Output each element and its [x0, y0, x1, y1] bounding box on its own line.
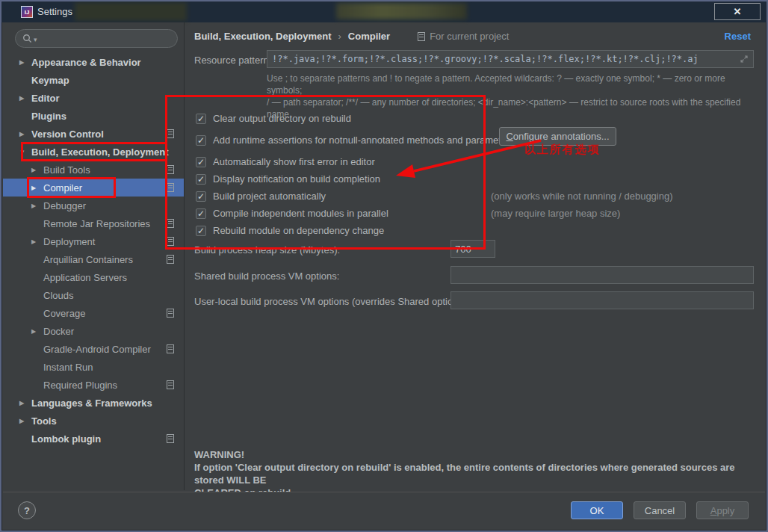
current-project-scope-icon — [167, 255, 174, 264]
heap-size-label: Build process heap size (Mbytes): — [194, 244, 340, 256]
current-project-scope-icon — [167, 344, 174, 353]
help-button[interactable]: ? — [18, 501, 36, 519]
sidebar-item-docker[interactable]: ▶Docker — [3, 322, 184, 340]
checkbox-checked-icon[interactable]: ✓ — [196, 114, 206, 124]
dialog-footer: ? OK Cancel Apply — [3, 492, 765, 529]
option-label[interactable]: Clear output directory on rebuild — [213, 113, 351, 124]
sidebar-item-label: Tools — [31, 415, 57, 427]
shared-vm-options-input[interactable] — [450, 266, 754, 284]
chevron-right-icon[interactable]: ▶ — [31, 202, 43, 209]
option-label[interactable]: Rebuild module on dependency change — [213, 225, 384, 236]
sidebar-item-label: Keymap — [31, 75, 69, 86]
option-hint: (may require larger heap size) — [491, 208, 620, 219]
sidebar-item-instant-run[interactable]: Instant Run — [3, 358, 184, 376]
sidebar-item-deployment[interactable]: ▶Deployment — [3, 232, 184, 250]
option-row-rebuild-module-on-dependency-change: ✓Rebuild module on dependency change — [196, 222, 768, 239]
sidebar-item-label: Languages & Frameworks — [31, 398, 152, 409]
chevron-right-icon[interactable]: ▶ — [19, 418, 31, 424]
sidebar-item-label: Required Plugins — [43, 380, 117, 391]
sidebar-item-label: Debugger — [43, 200, 86, 211]
settings-sidebar: ▾ ▶Appearance & BehaviorKeymap▶EditorPlu… — [3, 22, 185, 490]
option-label[interactable]: Add runtime assertions for notnull-annot… — [213, 134, 515, 146]
button-mnemonic: C — [506, 131, 512, 142]
chevron-right-icon[interactable]: ▶ — [19, 95, 31, 102]
chevron-right-icon[interactable]: ▶ — [31, 238, 43, 245]
sidebar-item-label: Instant Run — [43, 362, 93, 373]
checkbox-checked-icon[interactable]: ✓ — [196, 157, 206, 167]
sidebar-item-build-tools[interactable]: ▶Build Tools — [3, 161, 184, 179]
breadcrumb-build-execution-deployment[interactable]: Build, Execution, Deployment — [194, 31, 331, 42]
sidebar-item-label: Editor — [31, 93, 60, 104]
option-hint: (only works while not running / debuggin… — [491, 191, 673, 202]
current-project-scope-icon — [167, 129, 174, 138]
current-project-scope-icon — [167, 309, 174, 318]
sidebar-item-lombok-plugin[interactable]: Lombok plugin — [3, 430, 184, 448]
sidebar-item-coverage[interactable]: Coverage — [3, 304, 184, 322]
sidebar-item-editor[interactable]: ▶Editor — [3, 89, 184, 107]
blurred-background — [75, 2, 187, 21]
checkbox-checked-icon[interactable]: ✓ — [196, 191, 206, 202]
checkbox-checked-icon[interactable]: ✓ — [196, 174, 206, 185]
chevron-right-icon[interactable]: ▶ — [19, 59, 31, 66]
titlebar: IJ Settings ✕ — [1, 1, 767, 22]
sidebar-item-label: Clouds — [43, 290, 73, 301]
help-icon: ? — [24, 505, 30, 516]
sidebar-item-application-servers[interactable]: Application Servers — [3, 268, 184, 286]
button-label: onfigure annotations... — [513, 131, 610, 142]
user-vm-options-input[interactable] — [450, 291, 754, 309]
expand-field-icon[interactable] — [740, 55, 749, 64]
sidebar-item-label: Lombok plugin — [31, 433, 101, 445]
search-input[interactable]: ▾ — [15, 29, 178, 48]
sidebar-item-compiler[interactable]: ▶Compiler — [3, 179, 184, 197]
chevron-right-icon[interactable]: ▶ — [19, 131, 31, 137]
sidebar-item-clouds[interactable]: Clouds — [3, 286, 184, 304]
close-icon: ✕ — [734, 6, 742, 17]
breadcrumb-compiler[interactable]: Compiler — [348, 31, 390, 42]
chevron-right-icon[interactable]: ▶ — [31, 328, 43, 335]
sidebar-item-version-control[interactable]: ▶Version Control — [3, 125, 184, 143]
sidebar-item-debugger[interactable]: ▶Debugger — [3, 197, 184, 214]
chevron-right-icon[interactable]: ▶ — [19, 400, 31, 406]
option-row-compile-independent-modules-in-parallel: ✓Compile independent modules in parallel… — [196, 205, 768, 222]
sidebar-item-gradle-android-compiler[interactable]: Gradle-Android Compiler — [3, 340, 184, 358]
reset-link[interactable]: Reset — [725, 31, 751, 42]
ok-button[interactable]: OK — [571, 501, 623, 519]
option-label[interactable]: Display notification on build completion — [213, 173, 380, 185]
sidebar-item-required-plugins[interactable]: Required Plugins — [3, 376, 184, 394]
option-label[interactable]: Compile independent modules in parallel — [213, 208, 388, 219]
sidebar-item-appearance-behavior[interactable]: ▶Appearance & Behavior — [3, 53, 184, 71]
option-row-display-notification-on-build-completion: ✓Display notification on build completio… — [196, 170, 768, 188]
sidebar-item-arquillian-containers[interactable]: Arquillian Containers — [3, 250, 184, 268]
option-label[interactable]: Automatically show first error in editor — [213, 156, 375, 167]
patterns-help-line: Use ; to separate patterns and ! to nega… — [267, 72, 756, 96]
checkbox-checked-icon[interactable]: ✓ — [196, 135, 206, 146]
sidebar-item-tools[interactable]: ▶Tools — [3, 412, 184, 430]
resource-patterns-field[interactable]: !?*.java;!?*.form;!?*.class;!?*.groovy;!… — [267, 50, 754, 68]
apply-button[interactable]: Apply — [696, 501, 749, 519]
sidebar-item-label: Arquillian Containers — [43, 254, 133, 265]
checkbox-checked-icon[interactable]: ✓ — [196, 208, 206, 219]
checkbox-checked-icon[interactable]: ✓ — [196, 226, 206, 236]
sidebar-item-label: Deployment — [43, 236, 95, 247]
search-dropdown-caret-icon[interactable]: ▾ — [34, 36, 37, 43]
current-project-scope-icon — [167, 380, 174, 389]
sidebar-item-label: Build, Execution, Deployment — [31, 146, 168, 158]
chevron-right-icon[interactable]: ▶ — [31, 185, 43, 191]
cancel-button[interactable]: Cancel — [634, 501, 686, 519]
sidebar-item-languages-frameworks[interactable]: ▶Languages & Frameworks — [3, 394, 184, 412]
compiler-settings-panel: Build, Execution, Deployment › Compiler … — [185, 22, 765, 490]
sidebar-item-build-execution-deployment[interactable]: ▼Build, Execution, Deployment — [3, 143, 184, 161]
close-button[interactable]: ✕ — [714, 3, 761, 20]
settings-tree: ▶Appearance & BehaviorKeymap▶EditorPlugi… — [3, 53, 184, 448]
sidebar-item-remote-jar-repositories[interactable]: Remote Jar Repositories — [3, 214, 184, 232]
sidebar-item-keymap[interactable]: Keymap — [3, 71, 184, 89]
chevron-right-icon[interactable]: ▶ — [31, 167, 43, 173]
current-project-scope-icon — [167, 434, 174, 443]
option-label[interactable]: Build project automatically — [213, 191, 326, 202]
sidebar-item-plugins[interactable]: Plugins — [3, 107, 184, 125]
configure-annotations-button[interactable]: Configure annotations... — [499, 127, 616, 146]
resource-patterns-label: Resource patterns: — [194, 55, 276, 66]
patterns-help-line: / — path separator; /**/ — any number of… — [267, 96, 756, 108]
heap-size-input[interactable] — [450, 240, 495, 258]
chevron-down-icon[interactable]: ▼ — [19, 149, 31, 155]
